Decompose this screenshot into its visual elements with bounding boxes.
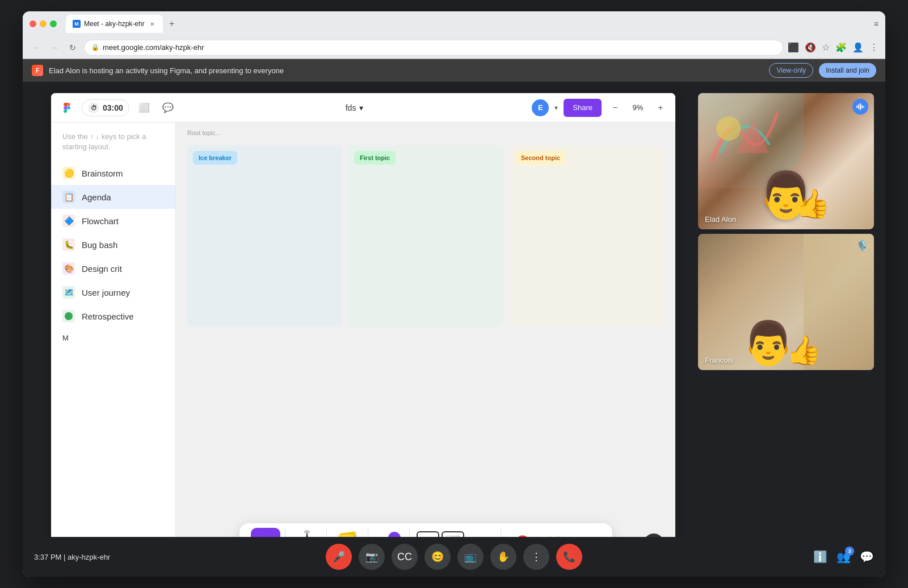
install-join-button[interactable]: Install and join bbox=[819, 63, 876, 78]
tab-bar: M Meet - aky-hzpk-ehr ✕ + bbox=[66, 15, 869, 33]
first-topic-header: First topic bbox=[354, 151, 396, 165]
design-crit-label: Design crit bbox=[82, 264, 122, 274]
brainstorm-label: Brainstorm bbox=[82, 169, 123, 178]
more-options-icon: ⋮ bbox=[531, 551, 541, 563]
notification-banner: F Elad Alon is hosting an activity using… bbox=[23, 59, 885, 82]
meeting-id: aky-hzpk-ehr bbox=[68, 553, 110, 561]
svg-rect-4 bbox=[860, 103, 861, 110]
bookmark-icon[interactable]: ☆ bbox=[822, 42, 830, 53]
timer-icon: ⏱ bbox=[88, 102, 99, 114]
file-dropdown-icon: ▾ bbox=[359, 103, 363, 112]
design-crit-icon: 🎨 bbox=[62, 262, 75, 275]
comment-button[interactable]: 💬 bbox=[159, 99, 177, 117]
title-bar: M Meet - aky-hzpk-ehr ✕ + ≡ bbox=[23, 11, 885, 36]
more-options-button[interactable]: ⋮ bbox=[523, 544, 549, 570]
raise-hand-icon: ✋ bbox=[497, 551, 510, 563]
window-controls: ≡ bbox=[874, 19, 878, 28]
camera-button[interactable]: 📷 bbox=[359, 544, 385, 570]
extension-icon[interactable]: 🧩 bbox=[835, 42, 847, 53]
more-label: M bbox=[51, 328, 175, 348]
time-display: 3:37 PM bbox=[34, 553, 61, 561]
cast-icon[interactable]: ⬛ bbox=[788, 42, 799, 53]
svg-rect-5 bbox=[861, 105, 863, 108]
sidebar-hint: Use the ↑ ↓ keys to pick a starting layo… bbox=[51, 132, 175, 161]
participants-badge: 3 bbox=[845, 547, 854, 556]
meet-right-controls: ℹ️ 👥 3 💬 bbox=[813, 550, 874, 564]
figma-sidebar: Use the ↑ ↓ keys to pick a starting layo… bbox=[51, 123, 176, 565]
zoom-in-button[interactable]: + bbox=[653, 100, 669, 116]
flowchart-label: Flowchart bbox=[82, 216, 119, 226]
view-only-button[interactable]: View-only bbox=[769, 63, 813, 78]
raise-hand-button[interactable]: ✋ bbox=[490, 544, 516, 570]
svg-point-0 bbox=[304, 530, 310, 534]
reload-button[interactable]: ↻ bbox=[66, 41, 79, 54]
second-topic-column: Second topic bbox=[510, 145, 664, 327]
zoom-level: 9% bbox=[627, 103, 649, 112]
second-topic-header: Second topic bbox=[515, 151, 566, 165]
url-text: meet.google.com/aky-hzpk-ehr bbox=[103, 43, 204, 52]
video-panels: 👨 👍 Elad Alon bbox=[698, 93, 874, 370]
forward-button[interactable]: → bbox=[48, 41, 61, 54]
end-call-button[interactable]: 📞 bbox=[556, 544, 582, 570]
brainstorm-icon: 🟡 bbox=[62, 167, 75, 179]
sidebar-item-design-crit[interactable]: 🎨 Design crit bbox=[51, 257, 175, 280]
sidebar-item-user-journey[interactable]: 🗺️ User journey bbox=[51, 280, 175, 304]
info-button[interactable]: ℹ️ bbox=[813, 550, 827, 564]
francois-video-panel: 👨 👍 🎙️ Francois bbox=[698, 234, 874, 370]
avatar-letter: E bbox=[538, 103, 543, 112]
tab-title: Meet - aky-hzpk-ehr bbox=[84, 20, 145, 28]
svg-rect-3 bbox=[858, 104, 859, 109]
user-avatar-button[interactable]: E bbox=[532, 99, 549, 116]
sidebar-item-brainstorm[interactable]: 🟡 Brainstorm bbox=[51, 161, 175, 185]
mute-button[interactable]: 🎤 bbox=[326, 544, 352, 570]
active-tab[interactable]: M Meet - aky-hzpk-ehr ✕ bbox=[66, 15, 163, 33]
present-icon: 📺 bbox=[464, 551, 477, 563]
window-settings-icon[interactable]: ≡ bbox=[874, 19, 878, 28]
maximize-button[interactable] bbox=[50, 20, 57, 27]
ice-breaker-header: Ice breaker bbox=[193, 151, 237, 165]
elad-name-label: Elad Alon bbox=[705, 215, 736, 224]
captions-button[interactable]: CC bbox=[392, 544, 418, 570]
back-button[interactable]: ← bbox=[30, 41, 43, 54]
first-topic-column: First topic bbox=[348, 145, 503, 327]
new-tab-button[interactable]: + bbox=[165, 17, 179, 31]
emoji-button[interactable]: 😊 bbox=[424, 544, 451, 570]
share-button[interactable]: Share bbox=[564, 99, 602, 117]
minimize-button[interactable] bbox=[40, 20, 47, 27]
end-call-icon: 📞 bbox=[563, 551, 575, 563]
bug-bash-label: Bug bash bbox=[82, 240, 117, 250]
view-toggle-button[interactable]: ⬜ bbox=[135, 99, 153, 117]
mute-icon[interactable]: 🔇 bbox=[805, 42, 816, 53]
zoom-out-button[interactable]: − bbox=[607, 100, 623, 116]
sidebar-item-retrospective[interactable]: Retrospective bbox=[51, 304, 175, 328]
agenda-columns: Ice breaker First topic Second topic bbox=[187, 145, 664, 327]
figma-body: Use the ↑ ↓ keys to pick a starting layo… bbox=[51, 123, 675, 565]
browser-window: M Meet - aky-hzpk-ehr ✕ + ≡ ← → ↻ 🔒 meet… bbox=[23, 11, 885, 577]
participants-button[interactable]: 👥 3 bbox=[836, 550, 851, 564]
close-button[interactable] bbox=[30, 20, 36, 27]
lock-icon: 🔒 bbox=[91, 44, 99, 51]
profile-icon[interactable]: 👤 bbox=[852, 42, 864, 53]
tab-close-button[interactable]: ✕ bbox=[148, 20, 156, 28]
elad-activity-indicator bbox=[852, 99, 868, 115]
retrospective-label: Retrospective bbox=[82, 312, 134, 321]
user-journey-label: User journey bbox=[82, 288, 130, 297]
tab-favicon: M bbox=[73, 20, 81, 28]
ice-breaker-column: Ice breaker bbox=[187, 145, 342, 327]
menu-icon[interactable]: ⋮ bbox=[869, 42, 878, 53]
address-input[interactable]: 🔒 meet.google.com/aky-hzpk-ehr bbox=[84, 40, 783, 56]
file-name-button[interactable]: fds ▾ bbox=[341, 101, 368, 115]
zoom-controls: − 9% + bbox=[607, 100, 669, 116]
separator: | bbox=[64, 553, 68, 561]
agenda-icon: 📋 bbox=[62, 191, 75, 203]
main-content: ⏱ 03:00 ⬜ 💬 fds ▾ E ▾ Share − bbox=[23, 82, 885, 577]
sidebar-item-bug-bash[interactable]: 🐛 Bug bash bbox=[51, 233, 175, 257]
svg-rect-6 bbox=[863, 106, 864, 108]
sidebar-item-flowchart[interactable]: 🔷 Flowchart bbox=[51, 209, 175, 233]
chat-button[interactable]: 💬 bbox=[860, 550, 874, 564]
present-button[interactable]: 📺 bbox=[457, 544, 484, 570]
avatar-dropdown-icon[interactable]: ▾ bbox=[554, 104, 558, 112]
figma-logo-button[interactable] bbox=[58, 99, 76, 117]
emoji-icon: 😊 bbox=[431, 551, 444, 563]
sidebar-item-agenda[interactable]: 📋 Agenda bbox=[51, 185, 175, 209]
